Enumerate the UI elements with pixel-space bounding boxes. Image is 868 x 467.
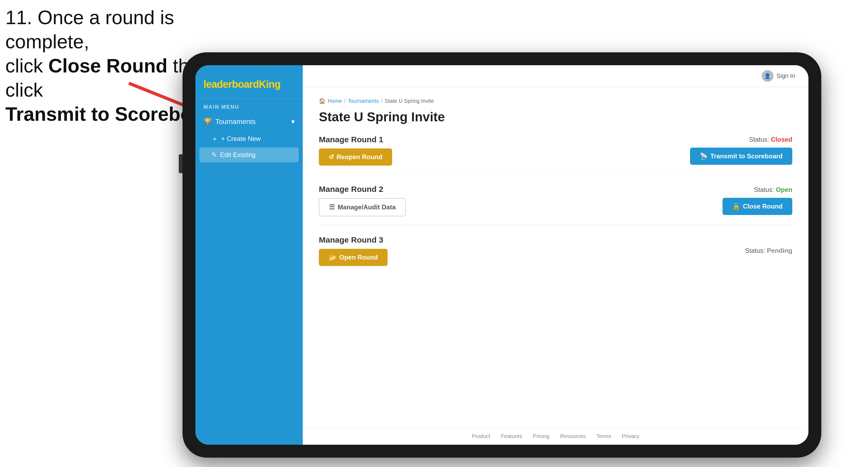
sidebar-item-create-new[interactable]: ＋ + Create New — [195, 131, 303, 147]
tablet-side-button — [179, 154, 183, 173]
footer-privacy[interactable]: Privacy — [622, 433, 640, 439]
footer-product[interactable]: Product — [472, 433, 490, 439]
open-icon: 📂 — [329, 254, 337, 261]
round-3-section: Manage Round 3 📂 Open Round Status: Pend… — [319, 236, 792, 274]
avatar: 👤 — [762, 70, 774, 82]
round-3-status: Status: Pending — [745, 247, 792, 254]
main-menu-label: MAIN MENU — [195, 104, 303, 113]
lock-icon: 🔒 — [732, 203, 740, 210]
close-round-button[interactable]: 🔒 Close Round — [722, 198, 792, 215]
logo-area: leaderboardKing — [195, 73, 303, 98]
breadcrumb: 🏠 Home / Tournaments / State U Spring In… — [319, 98, 792, 104]
audit-icon: ☰ — [329, 204, 335, 211]
sidebar-tournaments-label: Tournaments — [215, 118, 255, 126]
sidebar: leaderboardKing MAIN MENU 🏆 Tournaments … — [195, 65, 303, 445]
chevron-icon: ▾ — [291, 118, 295, 126]
transmit-to-scoreboard-button[interactable]: 📡 Transmit to Scoreboard — [690, 148, 792, 165]
transmit-icon: 📡 — [700, 152, 708, 160]
footer-links: Product Features Pricing Resources Terms… — [303, 428, 808, 445]
sidebar-item-edit-existing[interactable]: ✎ Edit Existing — [199, 147, 299, 162]
page-title: State U Spring Invite — [319, 110, 792, 124]
footer-pricing[interactable]: Pricing — [533, 433, 550, 439]
footer-resources[interactable]: Resources — [560, 433, 586, 439]
round-1-section: Manage Round 1 ↺ Reopen Round Status: Cl… — [319, 135, 792, 174]
plus-icon: ＋ — [212, 134, 218, 143]
sign-in-area[interactable]: 👤 Sign In — [762, 70, 795, 82]
reopen-round-button[interactable]: ↺ Reopen Round — [319, 148, 392, 165]
round-1-status: Status: Closed — [749, 136, 792, 143]
footer-terms[interactable]: Terms — [596, 433, 611, 439]
main-content: 👤 Sign In 🏠 Home / Tournaments / State U… — [303, 65, 808, 445]
app-logo: leaderboardKing — [204, 79, 295, 90]
trophy-icon: 🏆 — [204, 118, 212, 126]
breadcrumb-tournaments[interactable]: Tournaments — [348, 98, 379, 104]
tablet-screen: leaderboardKing MAIN MENU 🏆 Tournaments … — [195, 65, 808, 445]
breadcrumb-current: State U Spring Invite — [384, 98, 434, 104]
footer-features[interactable]: Features — [501, 433, 522, 439]
round-2-title: Manage Round 2 — [319, 185, 406, 194]
sidebar-item-tournaments[interactable]: 🏆 Tournaments ▾ — [195, 113, 303, 131]
open-round-button[interactable]: 📂 Open Round — [319, 249, 388, 266]
sign-in-label[interactable]: Sign In — [777, 72, 795, 80]
home-icon: 🏠 — [319, 98, 326, 104]
reopen-icon: ↺ — [329, 153, 334, 161]
edit-icon: ✎ — [212, 151, 217, 159]
round-1-title: Manage Round 1 — [319, 135, 392, 144]
round-3-title: Manage Round 3 — [319, 236, 388, 245]
content-area: 🏠 Home / Tournaments / State U Spring In… — [303, 87, 808, 428]
tablet-device: leaderboardKing MAIN MENU 🏆 Tournaments … — [183, 52, 821, 458]
header-bar: 👤 Sign In — [303, 65, 808, 87]
breadcrumb-home[interactable]: Home — [328, 98, 342, 104]
manage-audit-data-button[interactable]: ☰ Manage/Audit Data — [319, 198, 406, 216]
round-2-section: Manage Round 2 ☰ Manage/Audit Data Statu… — [319, 185, 792, 225]
round-2-status: Status: Open — [754, 186, 792, 193]
